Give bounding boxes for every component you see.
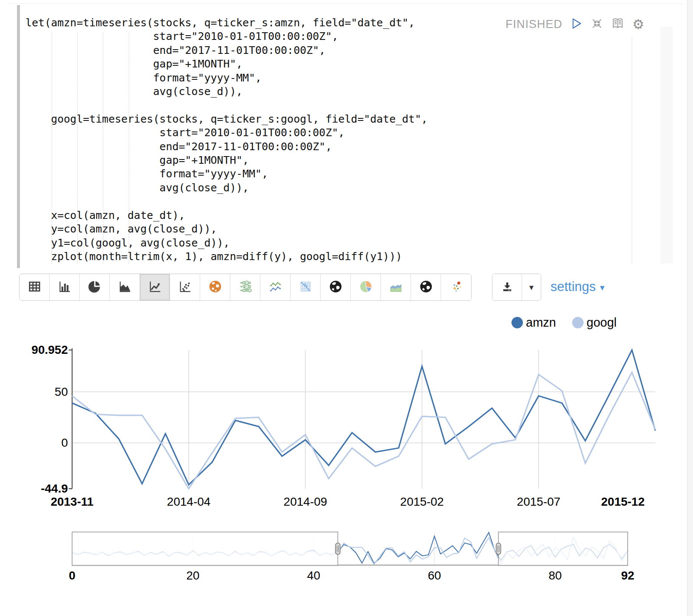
navigator-tick-label: 60 <box>428 569 441 582</box>
y-tick-label: 0 <box>61 436 68 449</box>
x-tick-label: 2014-09 <box>284 495 327 508</box>
x-tick-label: 2015-07 <box>517 495 561 508</box>
x-tick-label: 2015-02 <box>400 495 444 508</box>
x-tick-label: 2013-11 <box>50 495 93 508</box>
navigator-tick-label: 20 <box>186 569 199 582</box>
navigator-tick-label: 0 <box>69 569 75 582</box>
navigator-tick-label: 92 <box>621 569 634 582</box>
navigator-mask-left[interactable] <box>72 532 338 566</box>
navigator-tick-label: 40 <box>307 569 320 582</box>
y-tick-label: 90.952 <box>31 343 68 356</box>
amzn-line <box>72 350 655 485</box>
navigator-tick-label: 80 <box>549 569 562 582</box>
brush-handle-right[interactable] <box>496 543 501 554</box>
googl-line <box>72 372 655 489</box>
brush-handle-left[interactable] <box>335 543 340 554</box>
x-tick-label: 2015-12 <box>601 495 645 508</box>
navigator-mask-right[interactable] <box>498 532 628 566</box>
chart-canvas: 90.952500-44.92013-112014-042014-092015-… <box>0 0 693 616</box>
x-tick-label: 2014-04 <box>167 495 211 508</box>
y-tick-label: -44.9 <box>41 482 68 495</box>
y-tick-label: 50 <box>55 385 68 398</box>
